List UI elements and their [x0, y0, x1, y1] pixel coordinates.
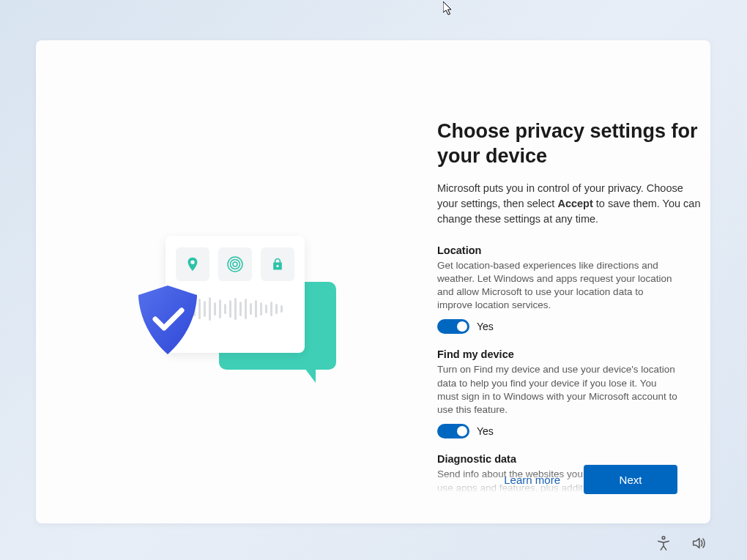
shield-icon	[135, 284, 201, 357]
next-button[interactable]: Next	[584, 465, 677, 494]
waveform-graphic	[188, 297, 283, 321]
svg-point-3	[662, 537, 665, 540]
setting-title: Location	[437, 244, 701, 256]
learn-more-link[interactable]: Learn more	[504, 474, 560, 486]
setting-desc: Get location-based experiences like dire…	[437, 259, 680, 313]
location-toggle[interactable]	[437, 319, 469, 334]
svg-point-1	[231, 260, 240, 269]
toggle-state-label: Yes	[477, 321, 494, 332]
lock-icon	[261, 247, 294, 281]
accessibility-icon[interactable]	[655, 535, 672, 551]
volume-icon[interactable]	[691, 535, 707, 551]
svg-point-2	[233, 262, 237, 266]
page-title: Choose privacy settings for your device	[437, 119, 701, 169]
setting-title: Find my device	[437, 348, 701, 360]
setting-title: Diagnostic data	[437, 453, 701, 465]
find-my-device-toggle[interactable]	[437, 424, 469, 438]
setting-find-my-device: Find my device Turn on Find my device an…	[437, 348, 701, 438]
settings-pane: Choose privacy settings for your device …	[437, 119, 701, 482]
footer-actions: Learn more Next	[504, 465, 677, 494]
privacy-settings-card: Choose privacy settings for your device …	[36, 40, 710, 523]
toggle-state-label: Yes	[477, 425, 494, 437]
page-subtitle: Microsoft puts you in control of your pr…	[437, 181, 701, 227]
settings-list[interactable]: Location Get location-based experiences …	[437, 244, 701, 493]
setting-location: Location Get location-based experiences …	[437, 244, 701, 335]
mouse-cursor	[443, 1, 455, 19]
fingerprint-icon	[218, 247, 252, 281]
taskbar-icons	[655, 535, 707, 551]
setting-desc: Turn on Find my device and use your devi…	[437, 363, 680, 417]
location-pin-icon	[176, 247, 209, 281]
privacy-illustration	[113, 220, 332, 388]
